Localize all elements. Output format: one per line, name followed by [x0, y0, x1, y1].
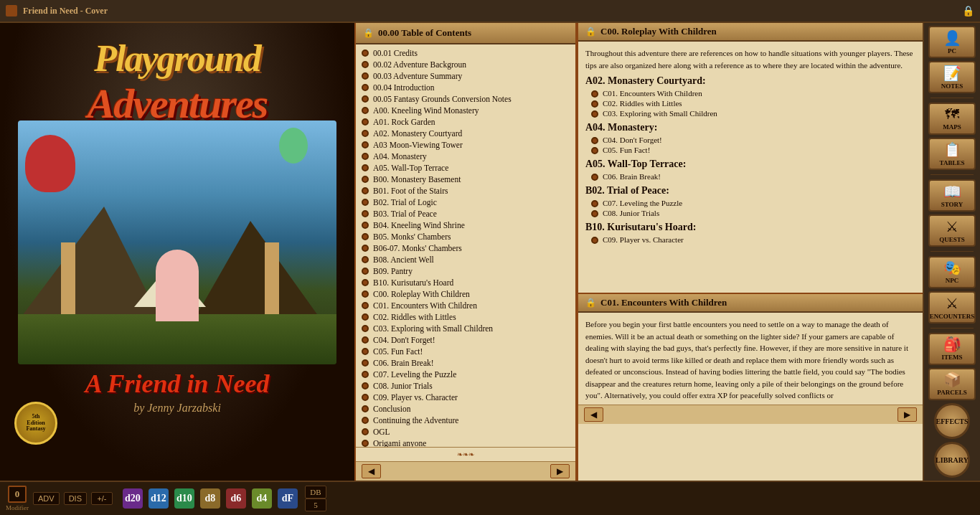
tables-label: TABLES — [940, 160, 965, 167]
scroll-dots: ❧❧❧ — [457, 450, 474, 458]
die-dF[interactable]: dF — [278, 488, 298, 509]
toc-item[interactable]: 00.03 Adventure Summary — [356, 70, 575, 82]
die-d20[interactable]: d20 — [123, 488, 143, 509]
c01-nav-next[interactable]: ▶ — [897, 407, 917, 422]
toc-nav-next[interactable]: ▶ — [550, 464, 570, 478]
toc-item[interactable]: C01. Encounters With Children — [356, 300, 575, 311]
content-list-item[interactable]: C05. Fun Fact! — [585, 146, 915, 154]
sidebar-btn-effects[interactable]: EFFECTS — [934, 403, 970, 439]
toc-bullet — [362, 359, 369, 367]
toc-bullet — [362, 268, 369, 275]
content-list-item[interactable]: C09. Player vs. Character — [585, 235, 915, 244]
dis-button[interactable]: DIS — [64, 492, 87, 505]
toc-item[interactable]: B04. Kneeling Wind Shrine — [356, 219, 575, 231]
toc-item[interactable]: C05. Fun Fact! — [356, 346, 575, 357]
c00-panel: 🔒 C00. Roleplay With Children Throughout… — [577, 23, 923, 294]
sidebar-btn-maps[interactable]: 🗺MAPS — [928, 103, 976, 135]
sidebar-btn-items[interactable]: 🎒ITEMS — [928, 333, 976, 365]
toc-item[interactable]: A03 Moon-Viewing Tower — [356, 139, 575, 151]
content-bullet — [591, 90, 598, 98]
toc-item[interactable]: C04. Don't Forget! — [356, 334, 575, 346]
toc-item[interactable]: C03. Exploring with Small Children — [356, 323, 575, 334]
toc-item[interactable]: OGL — [356, 426, 575, 438]
sidebar-btn-npc[interactable]: 🎭NPC — [928, 256, 976, 288]
toc-item[interactable]: C00. Roleplay With Children — [356, 288, 575, 300]
book-title-playground: Playground — [94, 37, 260, 80]
toc-item[interactable]: B02. Trial of Logic — [356, 197, 575, 208]
toc-item[interactable]: B03. Trial of Peace — [356, 208, 575, 219]
story-label: STORY — [941, 202, 963, 209]
content-list-item[interactable]: C07. Leveling the Puzzle — [585, 199, 915, 207]
toc-bullet — [362, 141, 369, 148]
adv-button[interactable]: ADV — [33, 492, 60, 505]
toc-item[interactable]: A01. Rock Garden — [356, 116, 575, 128]
toc-item[interactable]: C02. Riddles with Littles — [356, 311, 575, 323]
toc-item[interactable]: B06-07. Monks' Chambers — [356, 242, 575, 254]
sidebar-btn-notes[interactable]: 📝NOTES — [928, 61, 976, 93]
toc-item[interactable]: Origami anyone — [356, 438, 575, 447]
sidebar-btn-quests[interactable]: ⚔QUESTS — [928, 214, 976, 247]
toc-bullet — [362, 199, 369, 206]
content-list-item[interactable]: C02. Riddles with Littles — [585, 99, 915, 108]
toc-item[interactable]: Conclusion — [356, 403, 575, 415]
sidebar-btn-parcels[interactable]: 📦PARCELS — [928, 368, 976, 400]
sidebar-divider — [930, 174, 974, 175]
toc-item[interactable]: C07. Leveling the Puzzle — [356, 369, 575, 380]
content-list-item[interactable]: C01. Encounters With Children — [585, 89, 915, 98]
section-heading: B10. Kurisutaru's Hoard: — [585, 222, 915, 233]
right-panels: 🔒 C00. Roleplay With Children Throughout… — [577, 23, 923, 481]
sidebar-btn-pc[interactable]: 👤PC — [928, 26, 976, 58]
toc-item[interactable]: C06. Brain Break! — [356, 357, 575, 369]
sidebar-btn-encounters[interactable]: ⚔ENCOUNTERS — [928, 291, 976, 323]
tables-icon: 📋 — [943, 141, 961, 159]
toc-item[interactable]: B09. Pantry — [356, 265, 575, 277]
toc-item[interactable]: A00. Kneeling Wind Monastery — [356, 105, 575, 116]
maps-icon: 🗺 — [945, 106, 959, 123]
section-heading: A04. Monastery: — [585, 122, 915, 133]
cover-ground — [18, 314, 337, 364]
content-bullet — [591, 137, 598, 144]
die-d12[interactable]: d12 — [149, 488, 169, 509]
book-cover-panel: Playground Adventures A Friend in Need b… — [0, 23, 354, 481]
sidebar-btn-library[interactable]: LIBRARY — [934, 442, 970, 478]
die-d10[interactable]: d10 — [174, 488, 194, 509]
toc-item[interactable]: A02. Monastery Courtyard — [356, 128, 575, 139]
toc-item[interactable]: A05. Wall-Top Terrace — [356, 162, 575, 174]
toc-item[interactable]: 00.01 Credits — [356, 47, 575, 59]
die-d8[interactable]: d8 — [200, 488, 220, 509]
cover-fairy — [279, 128, 308, 164]
toc-item[interactable]: B05. Monks' Chambers — [356, 231, 575, 242]
toc-item[interactable]: Continuing the Adventure — [356, 415, 575, 426]
content-list-item[interactable]: C08. Junior Trials — [585, 209, 915, 217]
content-bullet — [591, 110, 598, 118]
toc-item[interactable]: B08. Ancient Well — [356, 254, 575, 265]
toc-item[interactable]: B01. Foot of the Stairs — [356, 185, 575, 197]
sidebar-btn-story[interactable]: 📖STORY — [928, 179, 976, 212]
toc-item[interactable]: 00.04 Introduction — [356, 82, 575, 93]
toc-lock-icon: 🔒 — [363, 28, 374, 39]
die-d6[interactable]: d6 — [226, 488, 246, 509]
toc-item[interactable]: A04. Monastery — [356, 151, 575, 162]
quests-icon: ⚔ — [946, 218, 958, 235]
c01-nav-prev[interactable]: ◀ — [584, 407, 603, 422]
toc-item[interactable]: B00. Monastery Basement — [356, 174, 575, 185]
bottom-bar: 0 Modifier ADV DIS +/- d20d12d10d8d6d4dF… — [0, 481, 980, 515]
content-list-item[interactable]: C06. Brain Break! — [585, 172, 915, 181]
sidebar-btn-tables[interactable]: 📋TABLES — [928, 138, 976, 170]
toc-nav-prev[interactable]: ◀ — [362, 464, 381, 478]
sidebar-divider — [930, 98, 974, 98]
toc-nav: ◀ ▶ — [356, 461, 575, 481]
toc-item[interactable]: 00.05 Fantasy Grounds Conversion Notes — [356, 93, 575, 105]
toc-bullet — [362, 325, 369, 332]
window-title: Friend in Need - Cover — [23, 6, 108, 16]
content-list-item[interactable]: C03. Exploring with Small Children — [585, 109, 915, 118]
toc-item[interactable]: C09. Player vs. Character — [356, 392, 575, 403]
toc-item[interactable]: C08. Junior Trials — [356, 380, 575, 392]
toc-item[interactable]: 00.02 Adventure Backgroun — [356, 59, 575, 70]
plusminus-button[interactable]: +/- — [91, 492, 113, 505]
toc-item[interactable]: B10. Kurisutaru's Hoard — [356, 277, 575, 288]
toc-bullet — [362, 371, 369, 378]
content-list-item[interactable]: C04. Don't Forget! — [585, 136, 915, 144]
toc-scroll-area[interactable]: 00.01 Credits00.02 Adventure Backgroun00… — [356, 44, 575, 447]
die-d4[interactable]: d4 — [252, 488, 272, 509]
